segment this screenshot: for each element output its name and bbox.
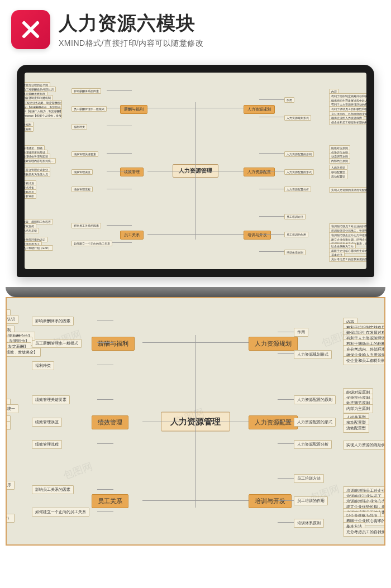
group-node: 人力资源规划形式 [294,350,332,359]
group-node: 人力资源配置的形式 [294,418,336,427]
group-node: 影响员工关系的因素 [71,223,101,228]
group-node: 作用 [294,328,308,337]
group-node: 员工薪酬管理水一般模式 [71,106,107,112]
group-node: 绩效管理流程 [32,440,62,449]
group-node: 影响薪酬体系的因素 [71,88,101,94]
leaf-node: 做出分析评价 [25,193,36,199]
group-node: 培训体系原则 [294,519,324,528]
main-title: 人力资源六模块 [59,11,380,36]
laptop-mockup: 人力资源管理薪酬与福利影响薪酬体系的因素建立并宣传合理的公平观增加员工对薪酬提的… [17,65,374,277]
group-node: 福利种类 [32,361,54,370]
leaf-node: 注意绩效管理内容与形式统一 [6,404,18,413]
mindmap-small: 人力资源管理薪酬与福利影响薪酬体系的因素建立并宣传合理的公平观增加员工对薪酬提的… [25,73,366,269]
leaf-node: 建立员工帮助计划（EAP） [6,514,15,523]
title-block: 人力资源六模块 XMIND格式/直接打印/内容可以随意修改 [59,11,380,49]
group-node: 员工薪酬管理水一般模式 [32,339,82,348]
group-node: 影响薪酬体系的因素 [32,317,74,326]
branch-node: 绩效管理 [120,168,144,176]
leaf-node: 注意绩效管理内容与形式统一 [25,158,56,164]
group-node: 人力资源配置分析 [284,187,311,192]
branch-node: 员工关系 [120,231,144,240]
laptop-screen: 人力资源管理薪酬与福利影响薪酬体系的因素建立并宣传合理的公平观增加员工对薪酬提的… [25,73,366,269]
group-node: 绩效管理关键要素 [32,395,70,404]
subtitle: XMIND格式/直接打印/内容可以随意修改 [59,39,380,49]
group-node: 人力资源配置的原则 [294,395,336,404]
group-node: 培训体系原则 [284,250,306,255]
leaf-node: 充分考虑员工的自我发展的需要 [343,528,385,537]
branch-node: 薪酬与福利 [92,337,135,351]
group-node: 员工培训方法 [284,214,306,219]
branch-node: 人力资源规划 [249,337,298,351]
leaf-node: 使企业和员工都得到长期的利益 [329,119,366,125]
branch-node: 人力资源规划 [244,105,275,114]
leaf-node: 设施性福利 [25,126,34,132]
leaf-node: 员工接触觉失为最佳人员 [6,421,11,430]
branch-node: 人力资源配置 [249,415,298,429]
leaf-node: 增强对外部环境的认识 [6,503,7,512]
group-node: 福利种类 [71,124,87,130]
leaf-node: 实现人力资源的流动优化配置 [329,187,366,193]
group-node: 作用 [284,97,294,103]
leaf-node: 流动配置型 [329,174,347,179]
group-node: 绩效管理误区 [32,418,62,427]
leaf-node: 内部为主原则 [329,158,350,164]
group-node: 人力资源配置的形式 [284,169,314,175]
branch-node: 培训与开发 [249,494,292,508]
branch-node: 绩效管理 [92,415,128,429]
group-node: 影响员工关系的因素 [32,485,74,494]
leaf-node: 建立员工帮助计划（EAP） [25,245,53,251]
leaf-node: 员工接触觉失为最佳人员 [25,171,50,177]
branch-node: 培训与开发 [244,231,271,240]
leaf-node: 充分考虑员工的自我发展的需要 [329,256,366,262]
group-node: 员工培训方法 [294,474,324,483]
leaf-node: 实现人力资源的流动优化配置 [343,441,385,450]
leaf-node: Performance【根据个人绩效，发放奖金】 [25,113,62,118]
group-node: 人力资源规划形式 [284,115,311,121]
group-node: 员工培训的作用 [284,232,308,237]
group-node: 员工培训的作用 [294,496,328,505]
group-node: 绩效管理误区 [71,169,93,175]
group-node: 绩效管理关键要素 [71,151,98,157]
xmind-logo [11,10,50,49]
group-node: 如何建立一个正向的员工关系 [32,508,89,517]
branch-node: 薪酬与福利 [120,105,147,114]
leaf-node: Performance【根据个人绩效，发放奖金】 [6,348,41,357]
laptop-base [6,287,385,297]
group-node: 人力资源配置的原则 [284,151,314,157]
leaf-node: 内部为主原则 [343,404,373,413]
branch-node: 人力资源配置 [244,168,275,176]
leaf-node: 增加员工对薪酬提的外部认识 [6,315,18,324]
mindmap-preview: 人力资源管理薪酬与福利影响薪酬体系的因素建立并宣传合理的公平观增加员工对薪酬提的… [6,297,385,546]
mindmap-large: 人力资源管理薪酬与福利影响薪酬体系的因素建立并宣传合理的公平观增加员工对薪酬提的… [7,298,384,544]
group-node: 绩效管理流程 [71,187,93,192]
leaf-node: 及时总结与反馈 [25,228,39,233]
group-node: 如何建立一个正向的员工关系 [71,241,112,246]
leaf-node: 制定政策、规则和工作程序 [6,481,15,490]
header: 人力资源六模块 XMIND格式/直接打印/内容可以随意修改 [0,0,391,59]
leaf-node: 流动配置型 [343,424,369,433]
group-node: 人力资源配置分析 [294,440,332,449]
branch-node: 员工关系 [92,494,128,508]
leaf-node: 使企业和员工都得到长期的利益 [343,356,385,365]
